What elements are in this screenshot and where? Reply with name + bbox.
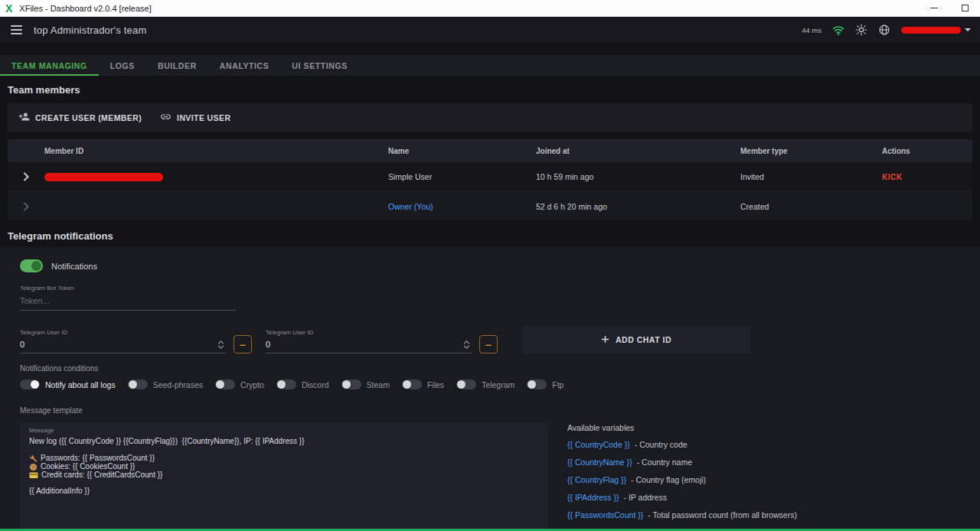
invite-user-label: INVITE USER	[177, 113, 230, 122]
member-name: Simple User	[388, 172, 536, 181]
bot-token-field: Telegram Bot Token	[20, 285, 980, 311]
invite-user-button[interactable]: INVITE USER	[160, 111, 230, 124]
variable-chip[interactable]: {{ CountryFlag }}	[567, 476, 626, 484]
message-line: Credit cards: {{ CreditCardsCount }}	[41, 471, 162, 480]
toggle-knob	[528, 380, 536, 389]
tab-analytics[interactable]: ANALYTICS	[208, 55, 281, 76]
team-toolbar: CREATE USER (MEMBER) INVITE USER	[8, 103, 972, 132]
app-logo-icon: X	[5, 3, 12, 14]
minus-icon: −	[240, 339, 247, 350]
stepper-down-icon	[463, 345, 470, 349]
toggle-crypto[interactable]	[215, 380, 235, 389]
expand-chevron-icon[interactable]	[23, 172, 29, 181]
toggle-telegram[interactable]	[456, 380, 476, 389]
wifi-icon	[832, 25, 844, 35]
minus-icon: −	[485, 339, 492, 350]
conditions-label: Notifications conditions	[20, 364, 980, 373]
toggle-seed-phrases[interactable]	[128, 380, 148, 389]
team-members-card: CREATE USER (MEMBER) INVITE USER Member …	[8, 103, 972, 220]
chevron-down-icon	[965, 28, 971, 31]
cookie-icon	[29, 463, 38, 471]
conditions-row: Notify about all logs Seed-phrases Crypt…	[20, 380, 980, 389]
stepper-up-icon	[217, 340, 224, 344]
variable-chip[interactable]: {{ IPAddress }}	[567, 494, 619, 502]
header-member-id: Member ID	[44, 147, 388, 155]
toggle-knob	[216, 380, 224, 389]
telegram-heading: Telegram notifications	[8, 230, 972, 242]
account-name-redacted	[901, 27, 961, 34]
toggle-knob	[342, 380, 351, 389]
variable-chip[interactable]: {{ CountryCode }}	[567, 441, 630, 449]
account-menu[interactable]	[901, 27, 971, 34]
create-user-button[interactable]: CREATE USER (MEMBER)	[18, 111, 142, 124]
stepper-up-icon	[463, 340, 470, 344]
header-joined-at: Joined at	[536, 147, 740, 155]
toggle-notify-all-logs[interactable]	[20, 380, 40, 389]
member-type: Invited	[740, 172, 882, 181]
toggle-label: Notify about all logs	[45, 380, 116, 389]
available-variables: Available variables {{ CountryCode }} - …	[567, 422, 797, 531]
maximize-button[interactable]	[949, 0, 980, 16]
message-line: Passwords: {{ PasswordsCount }}	[41, 454, 155, 463]
variable-description: - Country name	[637, 458, 692, 467]
header-actions: Actions	[882, 147, 972, 155]
notifications-toggle[interactable]	[20, 259, 43, 272]
number-stepper[interactable]	[217, 340, 224, 349]
tab-builder[interactable]: BUILDER	[146, 55, 208, 76]
person-add-icon	[18, 111, 30, 124]
member-joined-at: 10 h 59 min ago	[536, 172, 740, 181]
number-stepper[interactable]	[463, 340, 470, 349]
toggle-steam[interactable]	[341, 380, 361, 389]
expand-chevron-icon[interactable]	[23, 202, 29, 211]
toggle-knob	[31, 380, 39, 389]
language-icon[interactable]	[878, 24, 890, 36]
latency-value: 44 ms	[802, 26, 822, 34]
toggle-knob	[129, 380, 137, 389]
toggle-knob	[403, 380, 411, 389]
tab-logs[interactable]: LOGS	[99, 55, 146, 76]
toggle-label: Discord	[302, 380, 329, 389]
remove-chat-id-button[interactable]: −	[479, 335, 498, 353]
table-row: Owner (You) 52 d 6 h 20 min ago Created	[8, 191, 972, 220]
tab-ui-settings[interactable]: UI SETTINGS	[280, 55, 359, 76]
kick-button[interactable]: KICK	[882, 173, 902, 181]
maximize-icon	[962, 5, 969, 11]
telegram-user-id-label: Telegram User ID	[20, 329, 226, 336]
app-window: X XFiles - Dashboard v2.0.4 [release] to…	[0, 0, 980, 531]
tab-team-managing[interactable]: TEAM MANAGING	[0, 55, 99, 76]
brightness-icon[interactable]	[855, 24, 867, 36]
toggle-label: Telegram	[482, 380, 514, 389]
message-template-input[interactable]: Message New log ({{ CountryCode }} {{Cou…	[20, 422, 548, 531]
create-user-label: CREATE USER (MEMBER)	[35, 113, 142, 122]
telegram-user-id-input[interactable]	[20, 340, 217, 349]
toggle-label: Steam	[367, 380, 390, 389]
remove-chat-id-button[interactable]: −	[234, 335, 252, 353]
add-chat-id-button[interactable]: ADD CHAT ID	[522, 326, 750, 353]
message-line: {{ AdditionalInfo }}	[29, 487, 90, 496]
variable-chip[interactable]: {{ PasswordsCount }}	[567, 511, 643, 520]
bot-token-input[interactable]	[20, 294, 236, 311]
message-line: New log ({{ CountryCode }} {{CountryFlag…	[29, 438, 304, 446]
window-controls	[919, 0, 980, 16]
toggle-files[interactable]	[402, 380, 422, 389]
variable-chip[interactable]: {{ CountryName }}	[567, 458, 632, 467]
bot-token-label: Telegram Bot Token	[20, 285, 980, 292]
toggle-knob	[277, 380, 286, 389]
member-name-link[interactable]: Owner (You)	[388, 202, 433, 211]
telegram-user-id-input[interactable]	[266, 340, 463, 349]
notifications-label: Notifications	[51, 262, 97, 271]
appbar-right: 44 ms	[802, 24, 971, 36]
table-row: Simple User 10 h 59 min ago Invited KICK	[8, 162, 972, 191]
message-line: Cookies: {{ CookiesCount }}	[41, 463, 135, 471]
invite-link-icon	[160, 111, 172, 124]
minimize-button[interactable]	[919, 0, 949, 16]
plus-icon	[601, 335, 609, 345]
toggle-knob	[457, 380, 466, 389]
toggle-discord[interactable]	[276, 380, 296, 389]
stepper-down-icon	[217, 345, 224, 349]
toggle-ftp[interactable]	[527, 380, 547, 389]
menu-icon[interactable]	[9, 22, 24, 37]
main-tabs: TEAM MANAGING LOGS BUILDER ANALYTICS UI …	[0, 55, 980, 76]
team-title: top Administrador's team	[34, 24, 146, 36]
toggle-label: Crypto	[240, 380, 264, 389]
